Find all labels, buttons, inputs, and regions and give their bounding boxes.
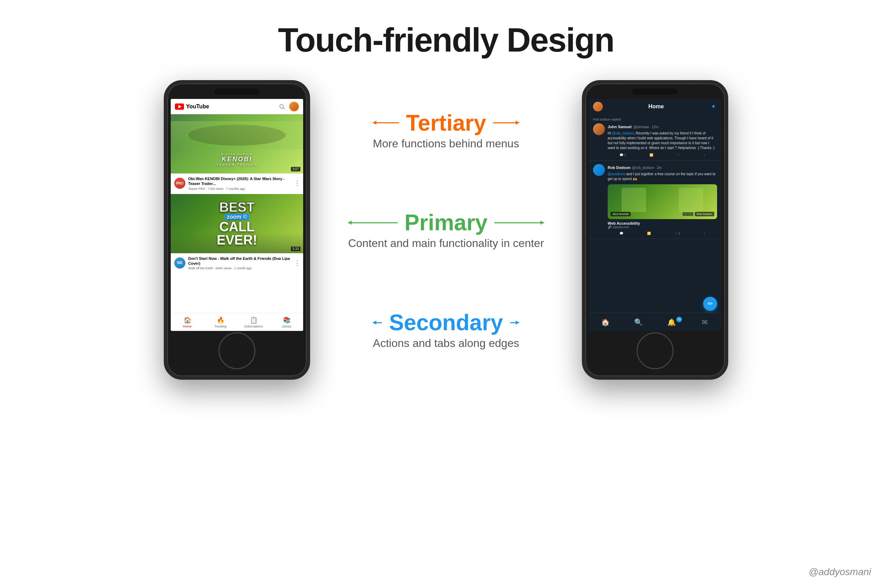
share-action-2[interactable]: ↑ xyxy=(703,232,705,235)
like-action-2[interactable]: ♡ 1 xyxy=(674,232,680,235)
tweet-user-row-2: Rob Dodson @rob_dodson · 2m @sundress an… xyxy=(593,164,717,235)
youtube-video-item-1[interactable]: ★ STAR WARS ★ KENOBI TEASER TRAILER 3:07… xyxy=(171,114,303,194)
youtube-video-sub-2: Walk off the Earth · 694K views · 1 mont… xyxy=(188,267,291,270)
youtube-nav-subscriptions[interactable]: 📋 Subscriptions xyxy=(237,316,270,328)
youtube-duration-2: 3:33 xyxy=(291,247,300,251)
twitter-avatar[interactable] xyxy=(593,102,603,111)
tweet-content-2: Rob Dodson @rob_dodson · 2m @sundress an… xyxy=(608,164,717,235)
notification-badge: 16 xyxy=(676,316,682,322)
youtube-nav-library-label: Library xyxy=(282,325,291,328)
zoom-call: CALL xyxy=(217,220,257,233)
tweet-content-1: John Samuel @johnsaa · 12m Hi @rob_dodso… xyxy=(608,123,717,157)
youtube-search-icon[interactable] xyxy=(278,103,286,110)
youtube-video-info-2: Don't Start Now - Walk off the Earth & F… xyxy=(188,256,291,270)
youtube-logo-text: YouTube xyxy=(186,104,209,110)
tweet-username-1: John Samuel xyxy=(608,125,631,129)
youtube-video-info-1: Obi-Wan KENOBI Disney+ (2020): A Star Wa… xyxy=(188,176,291,190)
page-title: Touch-friendly Design xyxy=(0,0,892,59)
reply-action-1[interactable]: 💬 1 xyxy=(620,153,626,157)
tweet-text-2: @sundress and I put together a free cour… xyxy=(608,172,717,182)
twitter-phone: Home ✦ Rob Dodson replied John Samuel @j… xyxy=(582,80,728,380)
tweet-handle-2: @rob_dodson · 2m xyxy=(632,166,662,170)
web-accessibility-title: Web Accessibility xyxy=(608,221,717,225)
twitter-bottom-nav: 🏠 🔍 🔔 16 ✉ xyxy=(589,313,721,331)
tertiary-title: Tertiary xyxy=(406,110,486,136)
link-url: 🔗 udacity.com xyxy=(608,225,717,229)
youtube-logo: YouTube xyxy=(175,104,209,110)
retweet-action-2[interactable]: 🔁 xyxy=(647,232,651,235)
twitter-nav-search[interactable]: 🔍 xyxy=(622,318,655,326)
primary-subtitle: Content and main functionality in center xyxy=(348,237,544,250)
watermark: @addyosmani xyxy=(809,566,871,578)
tweet-text-1: Hi @rob_dodson, Recently I was asked by … xyxy=(608,131,717,150)
home-icon: 🏠 xyxy=(184,316,191,324)
sparkle-icon[interactable]: ✦ xyxy=(709,103,717,110)
channel-icon-1: PRO xyxy=(174,178,185,189)
tweet-avatar-2 xyxy=(593,164,605,176)
tertiary-subtitle: More functions behind menus xyxy=(373,137,519,150)
primary-label-group: Primary Content and main functionality i… xyxy=(348,210,544,250)
youtube-phone: YouTube xyxy=(164,80,310,380)
svg-point-0 xyxy=(280,105,284,108)
tweet-actions-2: 💬 🔁 ♡ 1 ↑ xyxy=(608,232,717,235)
zoom-best: BEST xyxy=(217,201,257,214)
youtube-nav-home-label: Home xyxy=(183,325,191,328)
secondary-label-group: Secondary Actions and tabs along edges xyxy=(373,310,519,350)
youtube-logo-icon xyxy=(175,104,184,110)
tweet-handle-1: @johnsaa · 12m xyxy=(633,125,659,129)
retweet-action-1[interactable]: 🔁 xyxy=(649,153,653,157)
twitter-screen: Home ✦ Rob Dodson replied John Samuel @j… xyxy=(589,99,721,331)
twitter-header-title: Home xyxy=(603,104,709,110)
primary-title: Primary xyxy=(404,210,488,236)
youtube-nav-library[interactable]: 📚 Library xyxy=(270,316,303,328)
youtube-video-item-2[interactable]: BEST zoom © CALL EVER! 3:33 WE Don't Sta… xyxy=(171,194,303,273)
twitter-nav-notifications[interactable]: 🔔 16 xyxy=(655,318,688,326)
youtube-nav-subscriptions-label: Subscriptions xyxy=(244,325,263,328)
youtube-nav-home[interactable]: 🏠 Home xyxy=(171,316,204,328)
kenobi-subtitle: ★ STAR WARS ★ xyxy=(216,153,257,156)
youtube-nav-trending[interactable]: 🔥 Trending xyxy=(204,316,237,328)
youtube-screen: YouTube xyxy=(171,99,303,331)
media-label-right: Rob Dodson xyxy=(695,212,714,216)
youtube-video-sub-1: Teaser PRO · 7.6M views · 7 months ago xyxy=(188,187,291,190)
volume-up-btn xyxy=(164,125,164,140)
main-content: YouTube xyxy=(0,80,892,380)
twitter-tweet-2: Rob Dodson @rob_dodson · 2m @sundress an… xyxy=(589,160,721,239)
twitter-nav-messages[interactable]: ✉ xyxy=(688,318,721,326)
youtube-video-meta-2: WE Don't Start Now - Walk off the Earth … xyxy=(171,253,303,273)
more-options-icon-1[interactable]: ⋮ xyxy=(294,180,300,186)
tweet-actions-1: 💬 1 🔁 ♡ ↑ xyxy=(608,153,717,157)
volume-down-btn xyxy=(164,143,164,157)
kenobi-title: KENOBI xyxy=(216,156,257,163)
youtube-thumbnail-1: ★ STAR WARS ★ KENOBI TEASER TRAILER 3:07 xyxy=(171,114,303,174)
tweet-user-row-1: John Samuel @johnsaa · 12m Hi @rob_dodso… xyxy=(593,123,717,157)
youtube-video-title-1: Obi-Wan KENOBI Disney+ (2020): A Star Wa… xyxy=(188,176,291,186)
media-label-left: Alice Boxhall xyxy=(610,212,631,216)
twitter-nav-home[interactable]: 🏠 xyxy=(589,318,622,326)
youtube-avatar[interactable] xyxy=(289,102,299,111)
twitter-header: Home ✦ xyxy=(589,99,721,114)
more-options-icon-2[interactable]: ⋮ xyxy=(294,260,300,266)
youtube-video-meta-1: PRO Obi-Wan KENOBI Disney+ (2020): A Sta… xyxy=(171,174,303,194)
tweet-username-2: Rob Dodson xyxy=(608,165,630,170)
youtube-duration-1: 3:07 xyxy=(291,167,300,171)
compose-fab[interactable]: ✏ xyxy=(703,297,717,311)
youtube-bottom-nav: 🏠 Home 🔥 Trending 📋 Subscriptions 📚 Libr… xyxy=(171,313,303,331)
youtube-header: YouTube xyxy=(171,99,303,114)
subscriptions-icon: 📋 xyxy=(250,316,257,324)
like-action-1[interactable]: ♡ xyxy=(677,153,680,157)
center-labels: Tertiary More functions behind menus Pri… xyxy=(310,80,582,380)
tw-power-btn xyxy=(728,136,728,157)
tweet-media: Alice Boxhall 🎵 🎵 Rob Dodson xyxy=(608,184,717,219)
library-icon: 📚 xyxy=(283,316,291,324)
youtube-video-title-2: Don't Start Now - Walk off the Earth & F… xyxy=(188,256,291,266)
share-action-1[interactable]: ↑ xyxy=(703,153,705,157)
zoom-overlay: BEST zoom © CALL EVER! xyxy=(217,201,257,247)
zoom-ever: EVER! xyxy=(217,233,257,247)
youtube-thumbnail-2: BEST zoom © CALL EVER! 3:33 xyxy=(171,194,303,253)
twitter-tweet-1: Rob Dodson replied John Samuel @johnsaa … xyxy=(589,114,721,160)
reply-action-2[interactable]: 💬 xyxy=(620,232,623,235)
secondary-title: Secondary xyxy=(389,310,503,336)
youtube-nav-trending-label: Trending xyxy=(214,325,227,328)
kenobi-teaser: TEASER TRAILER xyxy=(216,163,257,166)
